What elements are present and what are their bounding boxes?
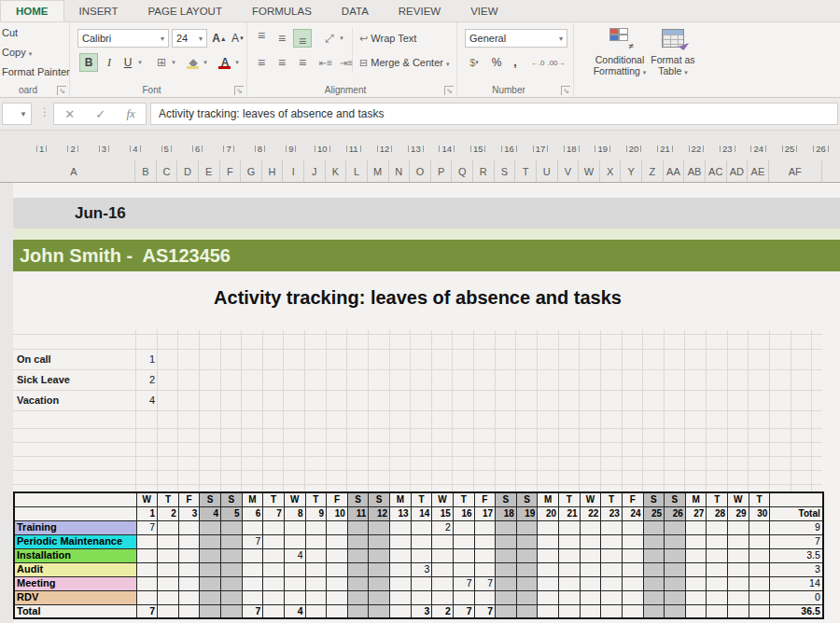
total-day-cell[interactable] bbox=[496, 604, 517, 618]
day-value-cell[interactable] bbox=[178, 520, 200, 534]
total-day-cell[interactable] bbox=[221, 604, 243, 618]
fill-color-options-icon[interactable]: ▾ bbox=[201, 53, 210, 72]
day-value-cell[interactable] bbox=[263, 548, 285, 562]
day-letter-cell[interactable]: S bbox=[200, 492, 221, 506]
day-value-cell[interactable] bbox=[284, 562, 305, 576]
day-value-cell[interactable] bbox=[728, 576, 749, 590]
day-number-cell[interactable]: 27 bbox=[685, 506, 707, 520]
day-value-cell[interactable] bbox=[369, 590, 390, 604]
day-value-cell[interactable] bbox=[136, 576, 158, 590]
day-number-cell[interactable]: 18 bbox=[496, 506, 517, 520]
total-day-cell[interactable] bbox=[305, 604, 327, 618]
day-value-cell[interactable] bbox=[158, 520, 179, 534]
day-value-cell[interactable] bbox=[580, 548, 601, 562]
total-day-cell[interactable]: 7 bbox=[474, 604, 496, 618]
day-value-cell[interactable] bbox=[369, 562, 390, 576]
italic-button[interactable]: I bbox=[100, 53, 119, 72]
day-value-cell[interactable] bbox=[221, 576, 243, 590]
day-value-cell[interactable] bbox=[242, 548, 263, 562]
day-value-cell[interactable] bbox=[749, 548, 770, 562]
day-letter-cell[interactable]: T bbox=[305, 492, 327, 506]
day-value-cell[interactable] bbox=[474, 562, 496, 576]
total-day-cell[interactable] bbox=[685, 604, 707, 618]
column-header-J[interactable]: J bbox=[304, 160, 326, 182]
day-letter-cell[interactable]: T bbox=[559, 492, 581, 506]
day-letter-cell[interactable]: S bbox=[221, 492, 243, 506]
copy-button[interactable]: Copy ▾ bbox=[2, 47, 32, 58]
day-value-cell[interactable] bbox=[707, 562, 728, 576]
day-value-cell[interactable] bbox=[516, 576, 538, 590]
day-value-cell[interactable]: 2 bbox=[432, 520, 454, 534]
column-header-AF[interactable]: AF bbox=[769, 160, 822, 182]
orientation-options-icon[interactable]: ▾ bbox=[337, 29, 346, 48]
align-right-icon[interactable]: ≡ bbox=[293, 53, 312, 72]
day-value-cell[interactable]: 7 bbox=[136, 520, 158, 534]
day-number-cell[interactable]: 15 bbox=[432, 506, 454, 520]
day-value-cell[interactable] bbox=[496, 562, 517, 576]
day-value-cell[interactable] bbox=[496, 590, 517, 604]
activity-label-rdv[interactable]: RDV bbox=[14, 590, 136, 604]
activity-label-audit[interactable]: Audit bbox=[14, 562, 136, 576]
borders-button[interactable]: ⊞ bbox=[152, 53, 171, 72]
total-day-cell[interactable] bbox=[516, 604, 538, 618]
day-number-cell[interactable]: 8 bbox=[284, 506, 305, 520]
day-number-cell[interactable]: 26 bbox=[665, 506, 686, 520]
day-value-cell[interactable] bbox=[327, 562, 348, 576]
column-header-AC[interactable]: AC bbox=[706, 160, 727, 182]
day-letter-cell[interactable]: W bbox=[432, 492, 454, 506]
align-middle-icon[interactable]: ≡ bbox=[273, 29, 291, 48]
total-day-cell[interactable]: 7 bbox=[242, 604, 263, 618]
day-letter-cell[interactable]: M bbox=[685, 492, 707, 506]
column-header-Y[interactable]: Y bbox=[621, 160, 642, 182]
align-bottom-icon[interactable]: ≡ bbox=[293, 29, 312, 48]
day-value-cell[interactable] bbox=[601, 548, 623, 562]
day-number-cell[interactable]: 25 bbox=[643, 506, 665, 520]
day-value-cell[interactable] bbox=[580, 562, 601, 576]
day-value-cell[interactable] bbox=[685, 562, 707, 576]
day-value-cell[interactable] bbox=[158, 562, 179, 576]
day-value-cell[interactable] bbox=[369, 520, 390, 534]
increase-font-size-button[interactable]: A▲ bbox=[210, 29, 229, 48]
day-value-cell[interactable] bbox=[665, 590, 686, 604]
day-number-cell[interactable]: 13 bbox=[390, 506, 412, 520]
format-as-table-button[interactable]: Format as Table ▾ bbox=[647, 24, 699, 95]
day-value-cell[interactable] bbox=[538, 562, 559, 576]
column-header-D[interactable]: D bbox=[177, 160, 199, 182]
day-value-cell[interactable] bbox=[390, 548, 412, 562]
day-value-cell[interactable] bbox=[327, 534, 348, 548]
day-number-cell[interactable]: 10 bbox=[327, 506, 348, 520]
column-header-R[interactable]: R bbox=[473, 160, 495, 182]
day-number-cell[interactable]: 20 bbox=[538, 506, 559, 520]
day-value-cell[interactable] bbox=[347, 520, 369, 534]
day-value-cell[interactable] bbox=[622, 576, 643, 590]
day-value-cell[interactable] bbox=[178, 562, 200, 576]
total-day-cell[interactable] bbox=[728, 604, 749, 618]
column-header-N[interactable]: N bbox=[389, 160, 411, 182]
day-value-cell[interactable] bbox=[580, 520, 601, 534]
column-header-L[interactable]: L bbox=[346, 160, 368, 182]
day-value-cell[interactable] bbox=[707, 548, 728, 562]
tab-page-layout[interactable]: PAGE LAYOUT bbox=[133, 0, 236, 21]
day-value-cell[interactable] bbox=[263, 562, 285, 576]
day-number-cell[interactable]: 1 bbox=[136, 506, 158, 520]
font-color-options-icon[interactable]: ▾ bbox=[232, 53, 242, 72]
day-value-cell[interactable] bbox=[136, 590, 158, 604]
total-day-cell[interactable] bbox=[327, 604, 348, 618]
column-header-X[interactable]: X bbox=[600, 160, 622, 182]
day-value-cell[interactable] bbox=[178, 576, 200, 590]
day-value-cell[interactable] bbox=[707, 576, 728, 590]
day-value-cell[interactable] bbox=[580, 590, 601, 604]
day-value-cell[interactable]: 7 bbox=[242, 534, 263, 548]
grand-total-cell[interactable]: 36.5 bbox=[770, 604, 823, 618]
day-value-cell[interactable] bbox=[158, 590, 179, 604]
total-day-cell[interactable] bbox=[601, 604, 623, 618]
day-value-cell[interactable] bbox=[516, 520, 538, 534]
leave-label-vacation[interactable]: Vacation bbox=[17, 390, 59, 410]
day-value-cell[interactable] bbox=[453, 534, 474, 548]
total-day-cell[interactable] bbox=[665, 604, 686, 618]
column-header-O[interactable]: O bbox=[410, 160, 431, 182]
month-cell[interactable]: Jun-16 bbox=[13, 198, 840, 228]
day-value-cell[interactable] bbox=[327, 548, 348, 562]
day-value-cell[interactable] bbox=[665, 520, 686, 534]
column-header-U[interactable]: U bbox=[537, 160, 558, 182]
